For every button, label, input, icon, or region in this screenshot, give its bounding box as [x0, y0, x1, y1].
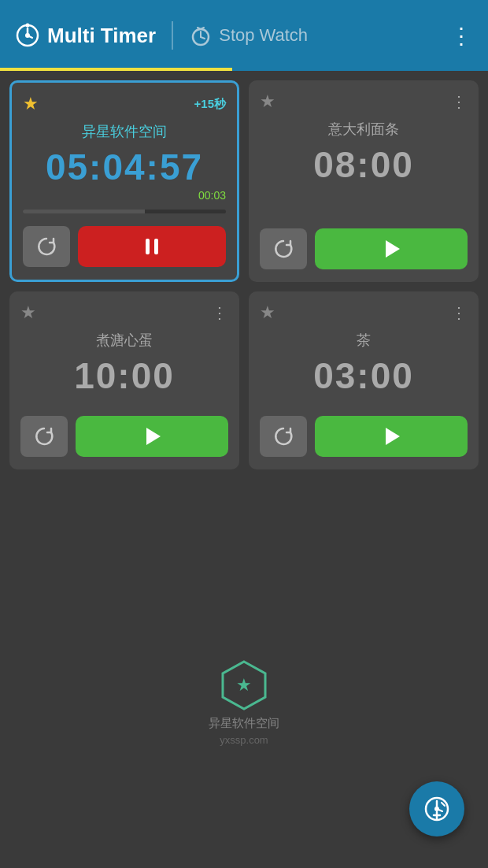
pause-button-1[interactable]	[78, 226, 226, 267]
svg-rect-11	[154, 239, 158, 254]
reset-button-2[interactable]	[260, 228, 307, 269]
timer-name-1: 异星软件空间	[23, 122, 226, 141]
svg-rect-10	[146, 239, 150, 254]
timer-name-2: 意大利面条	[260, 120, 468, 139]
timer-display-2: 08:00	[260, 145, 468, 185]
play-button-3[interactable]	[76, 416, 228, 457]
play-icon-4	[379, 425, 403, 448]
timer-card-3: ★ ⋮ 煮溏心蛋 10:00	[9, 291, 239, 470]
reset-icon-1	[35, 236, 57, 258]
reset-icon-4	[272, 425, 294, 447]
card-buttons-1	[23, 226, 226, 267]
more-dots-2[interactable]: ⋮	[451, 92, 468, 111]
card-top-row-2: ★ ⋮	[260, 91, 468, 112]
timer-display-1: 05:04:57	[23, 147, 226, 187]
star-icon-1[interactable]: ★	[23, 94, 39, 114]
more-dots-4[interactable]: ⋮	[451, 303, 468, 322]
timer-display-4: 03:00	[260, 356, 468, 396]
stopwatch-icon	[189, 24, 213, 47]
header-divider	[172, 21, 173, 50]
app-header: Multi Timer Stop Watch ⋮	[0, 0, 488, 71]
card-top-row-1: ★ +15秒	[23, 94, 226, 114]
svg-marker-13	[146, 428, 161, 445]
active-tab-indicator	[0, 68, 232, 71]
progress-bar-1	[23, 210, 226, 213]
timer-card-4: ★ ⋮ 茶 03:00	[249, 291, 479, 470]
stopwatch-tab[interactable]: Stop Watch	[189, 24, 308, 47]
progress-fill-1	[23, 210, 145, 213]
reset-button-4[interactable]	[260, 416, 307, 457]
svg-line-7	[201, 37, 205, 39]
star-icon-3[interactable]: ★	[20, 302, 36, 323]
reset-icon-3	[33, 425, 55, 447]
timer-display-3: 10:00	[20, 356, 228, 396]
star-icon-4[interactable]: ★	[260, 302, 275, 323]
watermark: ★ 异星软件空间 yxssp.com	[209, 658, 279, 746]
play-icon-3	[140, 425, 164, 448]
timer-name-3: 煮溏心蛋	[20, 331, 228, 350]
multi-timer-icon	[14, 22, 41, 49]
play-button-2[interactable]	[315, 228, 468, 269]
play-button-4[interactable]	[315, 416, 468, 457]
card-buttons-3	[20, 402, 228, 457]
timer-sub-1: 00:03	[23, 189, 226, 202]
add-timer-icon	[423, 795, 451, 823]
timer-grid: ★ +15秒 异星软件空间 05:04:57 00:03	[0, 71, 488, 479]
app-title-text: Multi Timer	[47, 24, 156, 48]
timer-name-4: 茶	[260, 331, 468, 350]
stopwatch-label: Stop Watch	[219, 25, 308, 46]
reset-icon-2	[272, 238, 294, 260]
svg-line-21	[442, 803, 445, 806]
plus-badge-1: +15秒	[194, 97, 226, 112]
play-icon-2	[379, 237, 403, 261]
card-top-row-4: ★ ⋮	[260, 302, 468, 323]
pause-icon-1	[140, 235, 164, 258]
watermark-hex-icon: ★	[216, 658, 272, 713]
card-top-row-3: ★ ⋮	[20, 302, 228, 323]
more-menu-button[interactable]: ⋮	[450, 23, 474, 49]
card-buttons-2	[260, 214, 468, 269]
watermark-site: yxssp.com	[220, 734, 268, 746]
watermark-brand: 异星软件空间	[209, 716, 279, 731]
svg-marker-14	[386, 428, 400, 445]
svg-text:★: ★	[236, 675, 252, 695]
card-buttons-4	[260, 402, 468, 457]
reset-button-1[interactable]	[23, 226, 70, 267]
reset-button-3[interactable]	[20, 416, 68, 457]
svg-point-4	[26, 24, 30, 28]
star-icon-2[interactable]: ★	[260, 91, 275, 112]
add-timer-fab[interactable]	[409, 781, 464, 836]
timer-card-1: ★ +15秒 异星软件空间 05:04:57 00:03	[9, 80, 239, 282]
more-dots-3[interactable]: ⋮	[212, 303, 228, 322]
timer-card-2: ★ ⋮ 意大利面条 08:00	[249, 80, 479, 282]
svg-marker-12	[386, 240, 400, 258]
app-title-group: Multi Timer	[14, 22, 156, 49]
